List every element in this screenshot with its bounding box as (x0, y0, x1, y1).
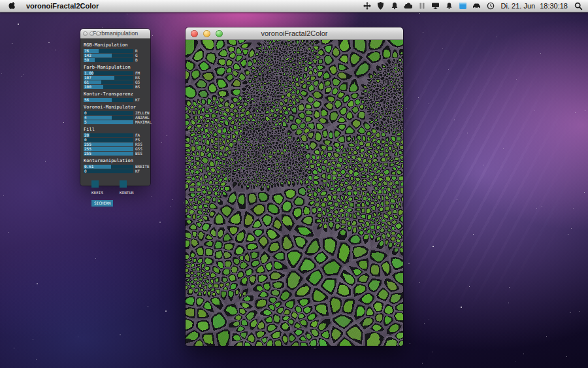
slider-label: B (135, 58, 138, 62)
slider-b[interactable]: 59 (84, 58, 133, 62)
panel-section: Fill20FA0FS255RSS255GSS255BSS (84, 127, 147, 156)
panel-section: RGB-Manipulation76R142G59B (84, 42, 147, 62)
alarm-icon[interactable] (445, 1, 454, 10)
slider-row: 100BS (84, 85, 147, 89)
toggle-kontur[interactable]: KONTUR (120, 180, 144, 195)
main-window-title: voronoiFractal2Color (261, 29, 327, 37)
section-title: RGB-Manipulation (84, 42, 147, 48)
slider-value: 5 (84, 120, 87, 124)
zoom-button[interactable] (96, 31, 101, 36)
slider-rs[interactable]: 107 (84, 76, 133, 80)
panel-titlebar[interactable]: Farbmanipulation (80, 29, 150, 39)
voronoi-sketch-window: voronoiFractal2Color (186, 27, 403, 346)
slider-row: 0KF (84, 169, 147, 173)
cloud-icon[interactable] (404, 1, 413, 10)
slider-fill (84, 116, 112, 120)
slider-breite[interactable]: 0.61 (84, 165, 133, 169)
panel-section: Kontur-Transparenz56KT (84, 92, 147, 102)
control-panel: RGB-Manipulation76R142G59BFarb-Manipulat… (80, 39, 150, 186)
kreis-toggle-label: KREIS (91, 190, 116, 195)
dropbox-icon[interactable] (459, 1, 468, 10)
slider-value: 56 (84, 98, 89, 102)
slider-fa[interactable]: 20 (84, 133, 133, 137)
menu-date[interactable]: Di. 21. Jun (501, 2, 536, 10)
panel-section: Farb-Manipulation1.00FM107RS61GS100BS (84, 65, 147, 89)
slider-value: 255 (84, 152, 91, 156)
close-button[interactable] (191, 30, 198, 37)
display-icon[interactable] (431, 1, 440, 10)
spotlight-icon[interactable] (574, 1, 583, 10)
slider-kt[interactable]: 56 (84, 98, 133, 102)
section-title: Kontur-Transparenz (84, 92, 147, 97)
minimize-button[interactable] (90, 31, 94, 36)
move-icon[interactable] (363, 1, 372, 10)
toggle-kreis[interactable]: KREIS (91, 180, 116, 195)
zoom-button[interactable] (216, 30, 223, 37)
time-machine-icon[interactable] (486, 1, 495, 10)
slider-anzahl[interactable]: 4 (84, 116, 133, 120)
farbmanipulation-window: Farbmanipulation RGB-Manipulation76R142G… (80, 29, 150, 186)
apple-menu-icon[interactable] (8, 1, 17, 10)
slider-maximal[interactable]: 5 (84, 120, 133, 124)
slider-row: 56KT (84, 98, 147, 102)
shield-icon[interactable] (376, 1, 385, 10)
active-app-name[interactable]: voronoiFractal2Color (26, 2, 99, 10)
close-button[interactable] (83, 31, 88, 36)
slider-row: 5MAXIMAL (84, 120, 147, 124)
slider-label: MAXIMAL (135, 120, 152, 124)
car-icon[interactable] (472, 1, 482, 10)
main-titlebar[interactable]: voronoiFractal2Color (186, 27, 403, 40)
section-title: Fill (84, 127, 147, 132)
minimize-button[interactable] (203, 30, 210, 37)
slider-label: BS (135, 85, 140, 89)
kontur-toggle-label: KONTUR (120, 190, 144, 195)
keyboard-layout-icon[interactable] (417, 1, 427, 10)
menu-bar: voronoiFractal2Color Di. 21. Jun 18:30:1… (0, 0, 588, 12)
slider-value: 100 (84, 85, 91, 89)
section-title: Konturmanipulation (84, 158, 147, 163)
slider-label: KT (135, 98, 140, 102)
section-title: Voronoi-Manipulator (84, 105, 147, 110)
slider-g[interactable]: 142 (84, 54, 133, 58)
kreis-toggle-box[interactable] (91, 180, 99, 188)
desktop: voronoiFractal2Color Di. 21. Jun 18:30:1… (0, 0, 588, 368)
slider-row: 255BSS (84, 152, 147, 156)
menu-clock[interactable]: 18:30:18 (540, 2, 568, 10)
save-button[interactable]: SICHERN (91, 200, 113, 207)
slider-label: KF (135, 169, 140, 173)
voronoi-fractal-canvas[interactable] (186, 40, 403, 346)
slider-zellen[interactable]: 0 (84, 111, 133, 115)
slider-value: 59 (84, 58, 89, 62)
panel-section: Voronoi-Manipulator0ZELLEN4ANZAHL5MAXIMA… (84, 105, 147, 124)
slider-label: BSS (135, 152, 142, 156)
slider-fill (84, 120, 133, 124)
section-title: Farb-Manipulation (84, 65, 147, 70)
slider-value: 0 (84, 169, 87, 173)
slider-row: 59B (84, 58, 147, 62)
slider-bss[interactable]: 255 (84, 152, 133, 156)
panel-section: Konturmanipulation0.61BREITE0KF (84, 158, 147, 173)
bell-icon[interactable] (390, 1, 399, 10)
slider-bs[interactable]: 100 (84, 85, 133, 89)
kontur-toggle-box[interactable] (120, 180, 127, 188)
slider-kf[interactable]: 0 (84, 169, 133, 173)
